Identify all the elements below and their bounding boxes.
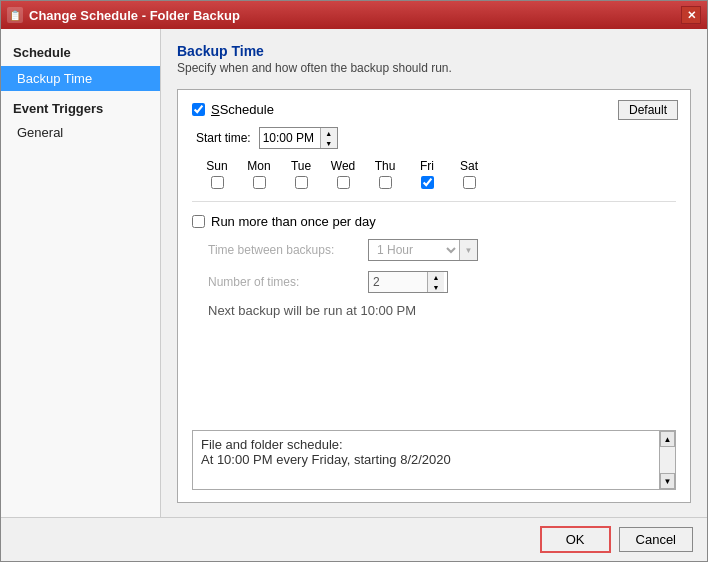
main-header: Backup Time Specify when and how often t… — [177, 43, 691, 75]
next-backup-row: Next backup will be run at 10:00 PM — [208, 303, 676, 318]
sidebar-item-general[interactable]: General — [1, 120, 160, 145]
scroll-down-button[interactable]: ▼ — [660, 473, 675, 489]
day-col-sat: Sat — [448, 159, 490, 189]
day-label-mon: Mon — [247, 159, 270, 173]
day-label-thu: Thu — [375, 159, 396, 173]
time-input-wrapper: ▲ ▼ — [259, 127, 338, 149]
scroll-up-button[interactable]: ▲ — [660, 431, 675, 447]
next-backup-label: Next backup will be run at 10:00 PM — [208, 303, 416, 318]
title-bar-left: 📋 Change Schedule - Folder Backup — [7, 7, 240, 23]
day-label-sun: Sun — [206, 159, 227, 173]
sidebar-schedule-heading: Schedule — [1, 39, 160, 66]
dialog-footer: OK Cancel — [1, 517, 707, 561]
day-checkbox-sun[interactable] — [211, 176, 224, 189]
day-col-thu: Thu — [364, 159, 406, 189]
schedule-checkbox[interactable] — [192, 103, 205, 116]
dialog-window: 📋 Change Schedule - Folder Backup ✕ Sche… — [0, 0, 708, 562]
day-label-tue: Tue — [291, 159, 311, 173]
content-area: Default SSchedule Start time: ▲ ▼ — [177, 89, 691, 503]
time-between-row: Time between backups: 1 Hour 2 Hours 4 H… — [208, 239, 676, 261]
start-time-row: Start time: ▲ ▼ — [196, 127, 676, 149]
number-of-times-input[interactable] — [369, 272, 427, 292]
day-checkbox-fri[interactable] — [421, 176, 434, 189]
section-title: Backup Time — [177, 43, 691, 59]
time-up-button[interactable]: ▲ — [321, 128, 337, 138]
main-content: Backup Time Specify when and how often t… — [161, 29, 707, 517]
title-bar: 📋 Change Schedule - Folder Backup ✕ — [1, 1, 707, 29]
dropdown-arrow-icon: ▼ — [459, 240, 477, 260]
section-desc: Specify when and how often the backup sh… — [177, 61, 691, 75]
day-checkbox-wed[interactable] — [337, 176, 350, 189]
day-col-sun: Sun — [196, 159, 238, 189]
dialog-body: Schedule Backup Time Event Triggers Gene… — [1, 29, 707, 517]
day-checkbox-mon[interactable] — [253, 176, 266, 189]
day-col-wed: Wed — [322, 159, 364, 189]
time-between-dropdown-wrapper: 1 Hour 2 Hours 4 Hours 8 Hours 12 Hours … — [368, 239, 478, 261]
run-more-row: Run more than once per day — [192, 214, 676, 229]
ok-button[interactable]: OK — [540, 526, 611, 553]
run-more-checkbox[interactable] — [192, 215, 205, 228]
divider — [192, 201, 676, 202]
sidebar-event-triggers-heading: Event Triggers — [1, 91, 160, 120]
time-down-button[interactable]: ▼ — [321, 138, 337, 148]
schedule-row: SSchedule — [192, 102, 676, 117]
days-grid: Sun Mon Tue Wed — [196, 159, 676, 189]
summary-scrollbar: ▲ ▼ — [659, 431, 675, 489]
run-more-label: Run more than once per day — [211, 214, 376, 229]
start-time-input[interactable] — [260, 128, 320, 148]
number-of-times-label: Number of times: — [208, 275, 368, 289]
day-label-fri: Fri — [420, 159, 434, 173]
number-of-times-row: Number of times: ▲ ▼ — [208, 271, 676, 293]
day-col-tue: Tue — [280, 159, 322, 189]
window-title: Change Schedule - Folder Backup — [29, 8, 240, 23]
summary-text: At 10:00 PM every Friday, starting 8/2/2… — [201, 452, 667, 467]
start-time-label: Start time: — [196, 131, 251, 145]
num-down-button[interactable]: ▼ — [428, 282, 444, 292]
sidebar: Schedule Backup Time Event Triggers Gene… — [1, 29, 161, 517]
cancel-button[interactable]: Cancel — [619, 527, 693, 552]
day-checkbox-sat[interactable] — [463, 176, 476, 189]
time-between-select[interactable]: 1 Hour 2 Hours 4 Hours 8 Hours 12 Hours — [369, 240, 459, 260]
time-between-label: Time between backups: — [208, 243, 368, 257]
num-input-wrapper: ▲ ▼ — [368, 271, 448, 293]
day-label-sat: Sat — [460, 159, 478, 173]
sidebar-item-backup-time[interactable]: Backup Time — [1, 66, 160, 91]
default-button[interactable]: Default — [618, 100, 678, 120]
num-up-button[interactable]: ▲ — [428, 272, 444, 282]
time-spinner: ▲ ▼ — [320, 128, 337, 148]
summary-box: File and folder schedule: At 10:00 PM ev… — [192, 430, 676, 490]
summary-title: File and folder schedule: — [201, 437, 667, 452]
day-checkbox-tue[interactable] — [295, 176, 308, 189]
day-checkbox-thu[interactable] — [379, 176, 392, 189]
close-button[interactable]: ✕ — [681, 6, 701, 24]
day-label-wed: Wed — [331, 159, 355, 173]
app-icon: 📋 — [7, 7, 23, 23]
day-col-fri: Fri — [406, 159, 448, 189]
schedule-label: SSchedule — [211, 102, 274, 117]
num-spinner: ▲ ▼ — [427, 272, 444, 292]
day-col-mon: Mon — [238, 159, 280, 189]
